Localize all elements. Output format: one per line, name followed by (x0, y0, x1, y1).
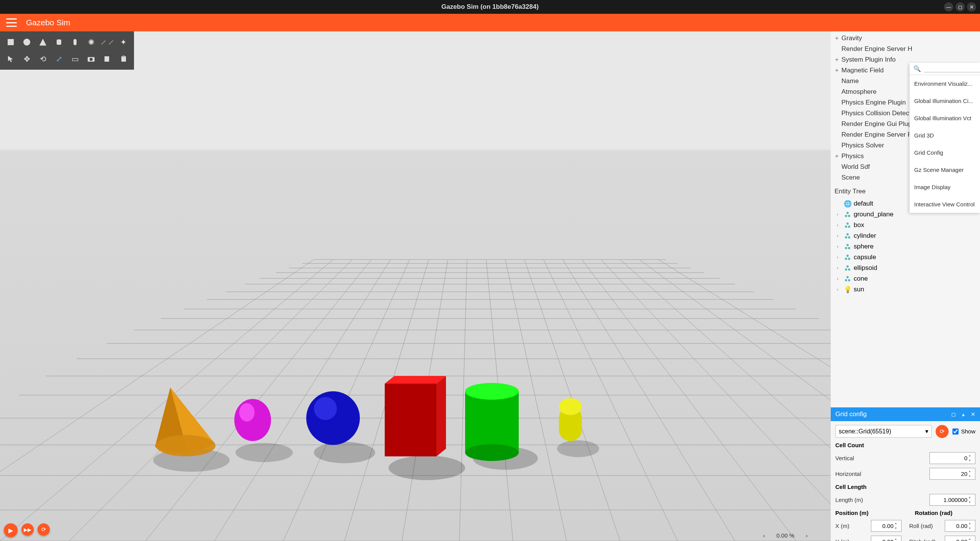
collapse-icon[interactable]: ▴ (962, 411, 965, 417)
model-icon (844, 275, 851, 283)
entity-tree-item[interactable]: ›💡sun (831, 284, 980, 295)
box-shape-icon[interactable] (5, 36, 17, 48)
svg-marker-60 (39, 39, 46, 46)
entity-tree-item[interactable]: ›box (831, 220, 980, 230)
show-checkbox[interactable]: Show (952, 428, 975, 435)
step-button[interactable]: ▶▶ (21, 523, 34, 536)
paste-icon[interactable] (117, 53, 129, 65)
spot-light-icon[interactable]: ✦ (117, 36, 129, 48)
x-input[interactable]: ▴▾ (871, 520, 902, 532)
camera-icon[interactable] (85, 53, 97, 65)
close-button[interactable]: ✕ (967, 2, 976, 11)
svg-point-47 (239, 403, 255, 422)
maximize-button[interactable]: ◻ (956, 2, 965, 11)
play-button[interactable]: ▶ (4, 523, 18, 537)
plugin-search-input[interactable] (924, 65, 980, 72)
svg-point-83 (848, 258, 850, 260)
entity-tree-item[interactable]: ›cylinder (831, 230, 980, 241)
select-tool-icon[interactable] (5, 53, 17, 65)
copy-icon[interactable] (101, 53, 113, 65)
status-nav-right[interactable]: › (806, 532, 808, 539)
svg-line-33 (563, 260, 735, 541)
svg-line-35 (601, 260, 865, 541)
rotate-tool-icon[interactable]: ⟲ (37, 53, 49, 65)
plugin-menu-item[interactable]: Grid 3D (910, 127, 980, 144)
reset-button[interactable]: ⟳ (38, 523, 50, 536)
point-light-icon[interactable]: ✺ (85, 36, 97, 48)
svg-point-44 (557, 440, 599, 457)
y-input[interactable]: ▴▾ (871, 536, 902, 541)
vertical-label: Vertical (835, 455, 854, 461)
grid-selector-dropdown[interactable]: scene::Grid(65519)▾ (835, 425, 932, 438)
app-title: Gazebo Sim (26, 18, 70, 27)
svg-point-73 (845, 226, 847, 228)
vertical-input[interactable]: ▴▾ (929, 452, 975, 464)
rotation-label: Rotation (rad) (915, 510, 952, 516)
svg-rect-61 (57, 39, 61, 45)
dock-laythen-icon[interactable]: ◻ (951, 411, 956, 417)
svg-line-21 (0, 260, 333, 541)
status-percent: 0.00 % (776, 532, 794, 539)
window-titlebar: Gazebo Sim (on 1bb8e76a3284) — ◻ ✕ (0, 0, 980, 14)
app-header: Gazebo Sim (0, 14, 980, 31)
svg-point-74 (848, 226, 850, 228)
grid-config-title: Grid config (835, 410, 867, 418)
plugin-menu-item[interactable]: Global Illumination Vct (910, 110, 980, 127)
svg-point-77 (848, 236, 850, 239)
plugin-menu-item[interactable]: Grid Config (910, 144, 980, 161)
model-icon: 💡 (844, 286, 851, 293)
length-input[interactable]: ▴▾ (929, 494, 975, 506)
cell-count-label: Cell Count (835, 442, 975, 448)
svg-rect-53 (465, 391, 519, 453)
entity-tree-item[interactable]: ›cone (831, 273, 980, 284)
horizontal-input[interactable]: ▴▾ (929, 468, 975, 480)
refresh-button[interactable]: ⟳ (936, 425, 949, 438)
capsule-shape-icon[interactable] (69, 36, 81, 48)
plugin-menu: 🔍 Environment Visualiz...Global Illumina… (910, 63, 980, 213)
entity-tree-item[interactable]: ›capsule (831, 252, 980, 263)
snapshot-frame-icon[interactable]: ▭ (69, 53, 81, 65)
roll-input[interactable]: ▴▾ (945, 520, 975, 532)
svg-point-65 (90, 58, 93, 61)
model-icon (844, 211, 851, 218)
model-icon (844, 264, 851, 272)
menu-icon[interactable] (6, 18, 17, 27)
svg-point-80 (848, 247, 850, 249)
svg-rect-58 (8, 39, 14, 45)
playback-controls: ▶ ▶▶ ⟳ (4, 523, 50, 537)
status-bar: ‹ 0.00 % › (755, 530, 831, 541)
svg-point-54 (465, 383, 519, 400)
cone-shape-icon[interactable] (37, 36, 49, 48)
plugin-menu-item[interactable]: Environment Visualiz... (910, 75, 980, 92)
model-icon (844, 243, 851, 250)
svg-marker-63 (8, 56, 13, 62)
svg-rect-68 (122, 56, 125, 57)
plugin-menu-item[interactable]: Interactive View Control (910, 196, 980, 213)
plugin-menu-item[interactable]: Gz Scene Manager (910, 161, 980, 178)
scale-tool-icon[interactable]: ⤢ (53, 53, 65, 65)
minimize-button[interactable]: — (944, 2, 953, 11)
component-item[interactable]: Render Engine Server H (831, 44, 980, 54)
sphere-shape-icon[interactable] (21, 36, 33, 48)
plugin-menu-item[interactable]: Image Display (910, 178, 980, 196)
entity-tree-item[interactable]: ›ellipsoid (831, 263, 980, 273)
svg-point-82 (845, 258, 847, 260)
svg-point-48 (306, 391, 360, 445)
directional-light-icon[interactable]: ⟋⟋ (101, 36, 113, 48)
entity-tree-item[interactable]: ›sphere (831, 241, 980, 252)
model-icon (844, 221, 851, 229)
svg-point-88 (845, 279, 847, 281)
status-nav-left[interactable]: ‹ (763, 532, 765, 539)
svg-point-71 (848, 215, 850, 217)
move-tool-icon[interactable]: ✥ (21, 53, 33, 65)
svg-point-76 (845, 236, 847, 239)
svg-point-78 (846, 244, 849, 246)
svg-point-81 (846, 255, 849, 257)
cylinder-shape-icon[interactable] (53, 36, 65, 48)
svg-point-72 (846, 222, 849, 225)
svg-rect-67 (121, 56, 126, 62)
pitch-input[interactable]: ▴▾ (945, 536, 975, 541)
plugin-menu-item[interactable]: Global Illumination Ci... (910, 92, 980, 110)
component-item[interactable]: +Gravity (831, 33, 980, 44)
close-panel-icon[interactable]: ✕ (971, 411, 975, 417)
